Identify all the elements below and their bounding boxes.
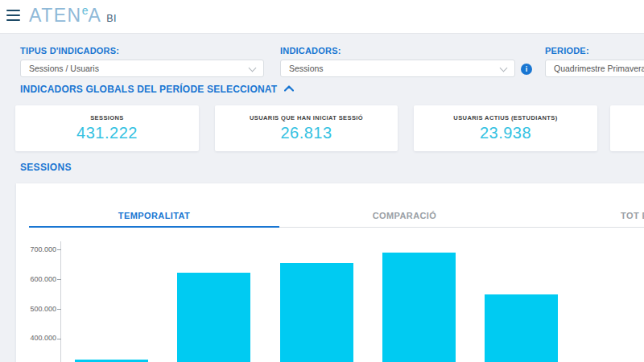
info-icon[interactable]: i <box>521 64 532 75</box>
y-axis-tick-label: 600.000 <box>16 275 56 283</box>
chevron-down-icon <box>249 64 257 72</box>
kpi-label: USUARIS ACTIUS (ESTUDIANTS) <box>414 114 597 121</box>
top-header: ATENeABI <box>0 0 644 34</box>
bar-series-sessions <box>75 360 148 362</box>
atenea-bi-dashboard: ATENeABI TIPUS D'INDICADORS: Sessions / … <box>0 0 644 362</box>
bar-series-sessions <box>280 263 353 362</box>
y-axis-tick-mark <box>57 279 61 280</box>
kpi-value: 26.813 <box>215 124 398 142</box>
kpi-card-partial <box>610 105 644 151</box>
tipus-indicadors-value: Sessions / Usuaris <box>29 64 99 73</box>
bar-series-sessions <box>485 294 558 362</box>
sessions-section-title: SESSIONS <box>20 162 72 173</box>
globals-section-title: INDICADORS GLOBALS DEL PERÍODE SELECCION… <box>20 84 277 95</box>
kpi-label: SESSIONS <box>15 114 199 121</box>
kpi-label: USUARIS QUE HAN INICIAT SESSIÓ <box>215 114 398 121</box>
kpi-card-usuaris-iniciat-sessio: USUARIS QUE HAN INICIAT SESSIÓ 26.813 <box>215 105 398 151</box>
chevron-up-icon <box>284 85 294 92</box>
periode-value: Quadrimestre Primavera - Any 202 <box>554 64 644 73</box>
globals-section-header[interactable]: INDICADORS GLOBALS DEL PERÍODE SELECCION… <box>20 84 294 95</box>
y-axis-tick-mark <box>57 309 61 310</box>
filter-label-indicadors: INDICADORS: <box>280 46 341 56</box>
periode-select[interactable]: Quadrimestre Primavera - Any 202 <box>545 60 644 77</box>
logo-text-end: A <box>88 5 101 26</box>
y-axis-tick-mark <box>57 249 61 250</box>
indicadors-value: Sessions <box>289 64 324 73</box>
bar-chart-plot: 700.000600.000500.000400.000 <box>16 235 644 362</box>
logo-bi-suffix: BI <box>106 13 117 24</box>
app-logo: ATENeABI <box>29 4 117 27</box>
y-axis-tick-label: 400.000 <box>16 334 56 342</box>
y-axis-tick-mark <box>57 339 61 339</box>
y-axis-line <box>60 241 61 362</box>
y-axis-tick-label: 500.000 <box>16 305 56 313</box>
logo-text: ATEN <box>29 5 82 26</box>
kpi-value: 431.222 <box>15 124 199 142</box>
tab-comparacio[interactable]: COMPARACIÓ <box>279 205 530 226</box>
kpi-card-usuaris-actius: USUARIS ACTIUS (ESTUDIANTS) 23.938 <box>414 105 597 151</box>
chevron-down-icon <box>500 64 508 72</box>
active-tab-indicator <box>29 226 279 228</box>
tipus-indicadors-select[interactable]: Sessions / Usuaris <box>20 60 264 77</box>
bar-series-sessions <box>382 253 456 362</box>
sessions-chart-card: TEMPORALITAT COMPARACIÓ TOT E 700.000600… <box>16 183 644 362</box>
tab-temporalitat[interactable]: TEMPORALITAT <box>29 205 279 226</box>
indicadors-select[interactable]: Sessions <box>280 60 515 77</box>
filter-label-periode: PERIODE: <box>545 46 589 56</box>
tab-tot-e[interactable]: TOT E <box>605 205 644 226</box>
kpi-value: 23.938 <box>414 124 597 142</box>
kpi-card-sessions: SESSIONS 431.222 <box>15 105 199 151</box>
bar-series-sessions <box>177 273 250 362</box>
hamburger-menu-icon[interactable] <box>6 10 20 21</box>
filter-label-tipus-indicadors: TIPUS D'INDICADORS: <box>20 46 119 56</box>
y-axis-tick-label: 700.000 <box>16 245 56 253</box>
